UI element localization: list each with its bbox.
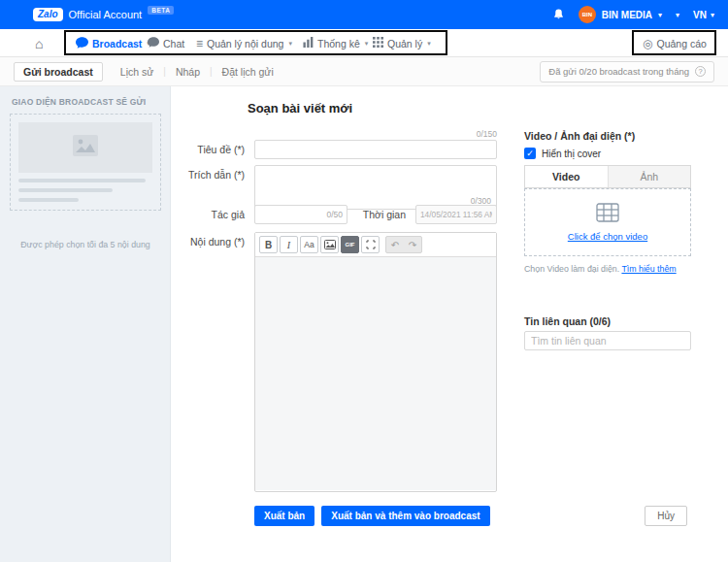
- video-hint: Chọn Video làm đại diện. Tìm hiểu thêm: [524, 264, 699, 274]
- italic-button[interactable]: I: [280, 236, 298, 253]
- choose-video-link[interactable]: Click để chọn video: [568, 231, 647, 242]
- tab-scheduled[interactable]: Đặt lịch gửi: [213, 66, 283, 78]
- nav-chat-label: Chat: [163, 38, 184, 50]
- nav-home[interactable]: ⌂: [35, 29, 43, 57]
- tab-history[interactable]: Lịch sử: [111, 66, 163, 78]
- image-placeholder-icon: [73, 135, 98, 160]
- content-label: Nội dung (*): [136, 236, 245, 248]
- list-icon: ≡: [196, 38, 203, 50]
- nav-broadcast-label: Broadcast: [92, 38, 142, 50]
- insert-gif-button[interactable]: GIF: [341, 236, 359, 253]
- account-menu[interactable]: BIN BIN MEDIA ▾: [579, 6, 662, 23]
- home-icon: ⌂: [35, 36, 43, 51]
- form-actions: Xuất bản Xuất bản và thêm vào broadcast: [254, 506, 490, 526]
- nav-content-management[interactable]: ≡ Quản lý nội dung ▾: [196, 29, 292, 57]
- film-icon: [596, 203, 619, 226]
- broadcast-preview-sidebar: GIAO DIỆN BROADCAST SẼ GỬI Được phép chọ…: [0, 86, 171, 562]
- redo-icon[interactable]: ↷: [404, 237, 421, 252]
- chevron-down-icon: ▾: [365, 40, 369, 48]
- bold-button[interactable]: B: [259, 236, 278, 253]
- nav-statistics[interactable]: Thống kê ▾: [303, 29, 368, 57]
- page-title: Soạn bài viết mới: [248, 101, 352, 116]
- nav-broadcast[interactable]: Broadcast ▾: [76, 29, 150, 57]
- placeholder-line: [18, 198, 79, 202]
- placeholder-line: [18, 188, 113, 192]
- chevron-down-icon: ▾: [427, 40, 431, 48]
- time-label: Thời gian: [309, 209, 406, 220]
- fullscreen-button[interactable]: [361, 236, 380, 253]
- tab-image[interactable]: Ảnh: [608, 166, 691, 187]
- font-size-button[interactable]: Aa: [300, 236, 318, 253]
- broadcast-preview-card[interactable]: [10, 114, 161, 211]
- nav-statistics-label: Thống kê: [317, 38, 360, 50]
- product-name: Official Account: [69, 9, 143, 20]
- tab-send-broadcast[interactable]: Gửi broadcast: [14, 62, 103, 82]
- video-hint-text: Chọn Video làm đại diện.: [524, 264, 619, 274]
- title-input[interactable]: [254, 140, 497, 159]
- help-icon[interactable]: ?: [695, 66, 706, 77]
- rich-text-editor: B I Aa GIF ↶ ↷: [254, 232, 497, 492]
- sidebar-title: GIAO DIỆN BROADCAST SẼ GỬI: [12, 97, 146, 107]
- nav-content-label: Quản lý nội dung: [207, 38, 283, 50]
- nav-chat[interactable]: Chat: [148, 29, 184, 57]
- show-cover-checkbox[interactable]: ✓ Hiển thị cover: [524, 148, 601, 159]
- language-selector[interactable]: VN ▾: [693, 10, 714, 20]
- zalo-logo[interactable]: Zalo: [33, 8, 63, 21]
- time-input[interactable]: [415, 205, 497, 224]
- grid-icon: [373, 37, 383, 50]
- title-counter: 0/150: [254, 129, 497, 139]
- topbar-right: BIN BIN MEDIA ▾ ▾ VN ▾: [552, 6, 714, 23]
- video-dropzone[interactable]: Click để chọn video: [524, 188, 691, 256]
- nav-ads-label: Quảng cáo: [656, 38, 706, 50]
- publish-button[interactable]: Xuất bản: [254, 506, 314, 526]
- author-label: Tác giả: [136, 209, 245, 220]
- beta-badge: BETA: [148, 6, 174, 15]
- history-group: ↶ ↷: [385, 236, 422, 253]
- chevron-down-icon: ▾: [711, 11, 714, 19]
- topbar: Zalo Official Account BETA BIN BIN MEDIA…: [0, 0, 728, 29]
- tab-draft[interactable]: Nháp: [166, 66, 210, 78]
- learn-more-link[interactable]: Tìm hiểu thêm: [621, 264, 676, 274]
- title-label: Tiêu đề (*): [136, 144, 245, 155]
- cancel-button[interactable]: Hủy: [645, 506, 687, 526]
- placeholder-line: [18, 179, 146, 182]
- language-label: VN: [693, 10, 707, 20]
- editor-toolbar: B I Aa GIF ↶ ↷: [255, 233, 496, 257]
- main-content: GIAO DIỆN BROADCAST SẼ GỬI Được phép chọ…: [0, 86, 728, 562]
- notifications-bell-icon[interactable]: [552, 8, 565, 21]
- publish-and-add-button[interactable]: Xuất bản và thêm vào broadcast: [321, 506, 489, 526]
- quote-field: 0/300: [254, 165, 497, 210]
- media-tabs: Video Ảnh: [524, 165, 691, 188]
- editor-content-area[interactable]: [255, 257, 496, 490]
- show-cover-label: Hiển thị cover: [542, 149, 601, 159]
- bar-chart-icon: [303, 37, 314, 50]
- broadcast-chat-bubble-icon: [76, 37, 88, 50]
- quote-input[interactable]: [254, 165, 497, 210]
- undo-icon[interactable]: ↶: [386, 237, 404, 252]
- zalo-oa-app: Zalo Official Account BETA BIN BIN MEDIA…: [0, 0, 728, 562]
- media-section-label: Video / Ảnh đại diện (*): [524, 130, 635, 142]
- account-name: BIN MEDIA: [602, 10, 652, 20]
- target-icon: ◎: [643, 38, 652, 50]
- nav-ads[interactable]: ◎ Quảng cáo: [643, 29, 707, 57]
- checkbox-checked-icon: ✓: [524, 148, 536, 159]
- secondary-dropdown-icon[interactable]: ▾: [676, 11, 679, 19]
- chat-bubble-icon: [148, 37, 159, 50]
- quota-badge: Đã gửi 0/20 broadcast trong tháng ?: [540, 61, 714, 83]
- tab-video[interactable]: Video: [525, 166, 608, 187]
- account-avatar: BIN: [579, 6, 596, 23]
- chevron-down-icon: ▾: [288, 40, 292, 48]
- quote-label: Trích dẫn (*): [136, 169, 245, 181]
- insert-image-button[interactable]: [320, 236, 339, 253]
- chevron-down-icon: ▾: [658, 11, 662, 19]
- nav-management-label: Quản lý: [387, 38, 422, 50]
- main-navbar: ⌂ Broadcast ▾ Chat ≡ Quản lý nội dung ▾ …: [0, 29, 728, 57]
- image-placeholder: [18, 122, 152, 173]
- related-news-input[interactable]: [524, 331, 691, 350]
- brand: Zalo Official Account BETA: [33, 8, 174, 21]
- quota-text: Đã gửi 0/20 broadcast trong tháng: [548, 66, 689, 77]
- broadcast-tabbar: Gửi broadcast Lịch sử | Nháp | Đặt lịch …: [0, 57, 728, 86]
- nav-management[interactable]: Quản lý ▾: [373, 29, 431, 57]
- related-news-label: Tin liên quan (0/6): [524, 315, 611, 327]
